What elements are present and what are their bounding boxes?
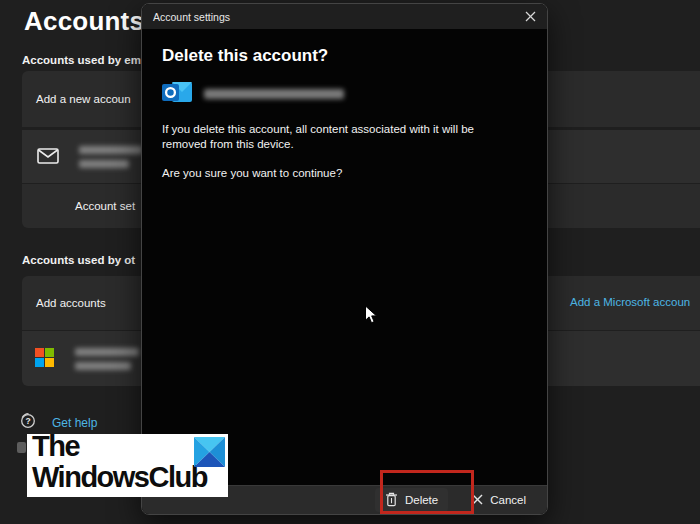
- redacted-email-address: [79, 146, 143, 168]
- account-settings-label: Account set: [75, 200, 135, 212]
- dialog-titlebar: Account settings: [142, 4, 547, 29]
- dialog-account-line: [162, 81, 527, 107]
- add-accounts-label: Add accounts: [36, 297, 106, 309]
- cancel-x-icon: [472, 494, 483, 507]
- section-label-email-accounts: Accounts used by em: [22, 54, 141, 66]
- thewindowsclub-watermark: The WindowsClub: [27, 434, 228, 497]
- close-icon[interactable]: [521, 7, 540, 26]
- get-help-link[interactable]: Get help: [52, 416, 97, 430]
- delete-button[interactable]: Delete: [375, 488, 448, 512]
- cancel-button[interactable]: Cancel: [462, 488, 536, 512]
- redacted-dialog-email: [204, 89, 344, 99]
- dialog-content: Delete this account? If you delete this …: [162, 29, 527, 181]
- feedback-icon-fragment: [17, 442, 26, 453]
- add-microsoft-account-link[interactable]: Add a Microsoft accoun: [570, 296, 690, 308]
- watermark-text: The WindowsClub: [32, 434, 207, 493]
- envelope-icon: [37, 148, 59, 166]
- add-new-account-label: Add a new accoun: [36, 93, 131, 105]
- dialog-body-line2: removed from this device.: [162, 137, 527, 152]
- outlook-icon: [162, 81, 193, 107]
- dialog-body-line1: If you delete this account, all content …: [162, 122, 527, 137]
- get-help-icon: ?: [19, 412, 36, 433]
- watermark-line1: The: [32, 434, 207, 462]
- dialog-title: Account settings: [153, 11, 230, 23]
- dialog-confirm-text: Are you sure you want to continue?: [162, 166, 527, 181]
- cancel-button-label: Cancel: [490, 494, 526, 506]
- redacted-microsoft-account: [75, 348, 139, 370]
- page-title: Accounts: [24, 6, 144, 37]
- delete-button-label: Delete: [405, 494, 438, 506]
- dialog-heading: Delete this account?: [162, 46, 527, 66]
- svg-text:?: ?: [25, 416, 30, 426]
- dialog-body-text: If you delete this account, all content …: [162, 122, 527, 152]
- microsoft-logo-icon: [35, 348, 55, 370]
- watermark-line2: WindowsClub: [32, 462, 207, 493]
- trash-icon: [385, 492, 398, 509]
- watermark-diamond-icon: [194, 437, 225, 471]
- section-label-other-accounts: Accounts used by ot: [22, 254, 135, 266]
